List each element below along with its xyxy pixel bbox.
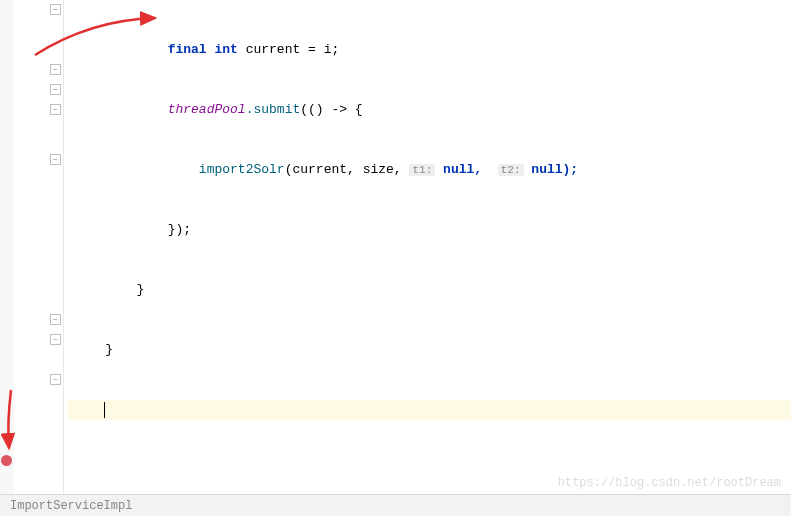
editor-container: − − − − − − − − final int current = i; t… [0,0,791,516]
code-line[interactable]: }); [68,220,791,240]
code-line[interactable]: } [68,280,791,300]
fold-marker-icon[interactable]: − [50,154,61,165]
fold-marker-icon[interactable]: − [50,314,61,325]
fold-marker-icon[interactable]: − [50,64,61,75]
code-line[interactable]: final int current = i; [68,40,791,60]
fold-marker-icon[interactable]: − [50,374,61,385]
status-bar: ImportServiceImpl [0,494,791,516]
code-line[interactable]: } [68,340,791,360]
gutter[interactable]: − − − − − − − − [14,0,64,516]
fold-marker-icon[interactable]: − [50,334,61,345]
breadcrumb[interactable]: ImportServiceImpl [10,499,132,513]
code-line[interactable]: threadPool.submit(() -> { [68,100,791,120]
code-area[interactable]: final int current = i; threadPool.submit… [64,0,791,516]
gutter-margin [0,0,14,516]
code-line-cursor[interactable] [68,400,791,420]
fold-marker-icon[interactable]: − [50,84,61,95]
fold-marker-icon[interactable]: − [50,104,61,115]
caret [104,402,105,418]
code-line[interactable]: import2Solr(current, size, t1: null, t2:… [68,160,791,180]
fold-marker-icon[interactable]: − [50,4,61,15]
breakpoint-dot[interactable] [1,455,12,466]
code-line[interactable] [68,460,791,480]
